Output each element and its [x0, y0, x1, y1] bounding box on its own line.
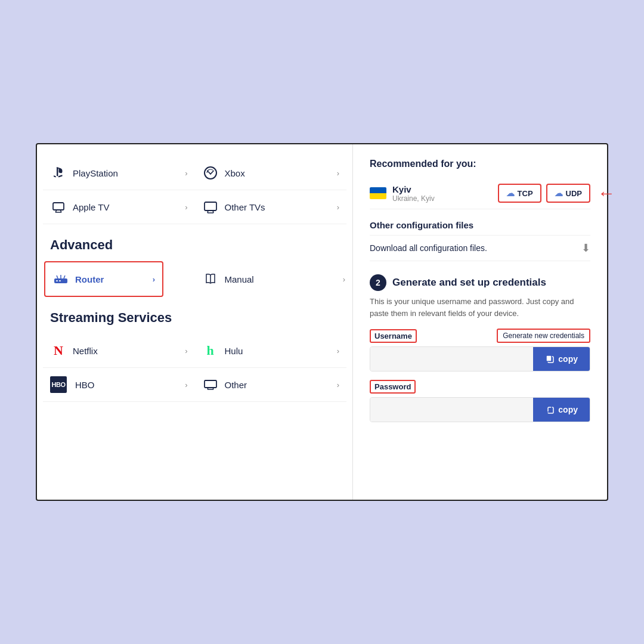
- username-copy-button[interactable]: copy: [533, 347, 590, 371]
- recommended-title: Recommended for you:: [370, 159, 590, 169]
- copy-icon: [545, 354, 555, 364]
- download-icon[interactable]: ⬇: [581, 242, 590, 255]
- protocol-buttons: ☁ TCP ☁ UDP: [498, 184, 590, 203]
- svg-rect-16: [205, 380, 216, 388]
- sidebar-item-router[interactable]: Router ›: [44, 261, 163, 297]
- hbo-chevron: ›: [185, 380, 187, 389]
- server-subtitle: Ukraine, Kyiv: [392, 194, 498, 203]
- xbox-label: Xbox: [225, 168, 245, 178]
- other-streaming-label: Other: [225, 380, 247, 390]
- other-tvs-icon: [202, 199, 219, 215]
- xbox-icon: [202, 165, 219, 181]
- server-row: Kyiv Ukraine, Kyiv ☁ TCP ☁ UDP ←: [370, 178, 590, 209]
- streaming-section: Streaming Services N Netflix › h Hulu › …: [37, 297, 352, 402]
- other-streaming-chevron: ›: [337, 380, 339, 389]
- xbox-chevron: ›: [337, 169, 339, 178]
- udp-button[interactable]: ☁ UDP: [546, 184, 590, 203]
- server-info: Kyiv Ukraine, Kyiv: [392, 184, 498, 203]
- svg-rect-11: [59, 280, 61, 281]
- svg-line-12: [57, 275, 58, 278]
- sidebar-item-manual[interactable]: Manual ›: [195, 262, 353, 296]
- right-panel: Recommended for you: Kyiv Ukraine, Kyiv …: [353, 144, 607, 500]
- other-tvs-chevron: ›: [337, 203, 339, 212]
- hbo-icon: HBO: [50, 376, 67, 393]
- hulu-label: Hulu: [225, 346, 243, 356]
- manual-chevron: ›: [343, 275, 345, 284]
- username-field-label: Username: [370, 329, 417, 343]
- svg-rect-5: [205, 202, 216, 210]
- udp-cloud-icon: ☁: [555, 188, 563, 198]
- playstation-label: PlayStation: [73, 168, 118, 178]
- other-tvs-label: Other TVs: [225, 202, 265, 212]
- hbo-label: HBO: [75, 380, 95, 390]
- download-row: Download all configuration files. ⬇: [370, 235, 590, 261]
- server-name: Kyiv: [392, 184, 498, 194]
- udp-label: UDP: [566, 189, 582, 198]
- advanced-title: Advanced: [37, 224, 352, 261]
- protocol-arrow: ←: [597, 183, 615, 203]
- sidebar-item-xbox[interactable]: Xbox ›: [195, 156, 347, 190]
- generate-credentials-button[interactable]: Generate new credentials: [497, 329, 590, 343]
- svg-rect-1: [53, 203, 64, 210]
- netflix-label: Netflix: [73, 346, 98, 356]
- svg-rect-21: [546, 355, 552, 361]
- username-input-row: copy ←: [370, 346, 590, 371]
- sidebar-item-other-tvs[interactable]: Other TVs ›: [195, 190, 347, 224]
- main-container: PlayStation › Xbox ›: [36, 143, 608, 501]
- netflix-chevron: ›: [185, 346, 187, 355]
- password-label-row: Password: [370, 380, 590, 394]
- credentials-section: 2 Generate and set up credentials This i…: [370, 274, 590, 422]
- appletv-chevron: ›: [185, 203, 187, 212]
- tcp-cloud-icon: ☁: [506, 188, 515, 198]
- streaming-title: Streaming Services: [37, 297, 352, 334]
- left-panel: PlayStation › Xbox ›: [37, 144, 353, 500]
- sidebar-item-appletv[interactable]: Apple TV ›: [43, 190, 195, 224]
- playstation-icon: [50, 165, 67, 181]
- recommended-section: Recommended for you: Kyiv Ukraine, Kyiv …: [370, 159, 590, 209]
- tcp-label: TCP: [518, 189, 533, 198]
- ukraine-flag: [370, 187, 386, 199]
- hulu-chevron: ›: [337, 346, 339, 355]
- router-icon: [52, 271, 69, 287]
- appletv-icon: [50, 199, 67, 215]
- advanced-row: Router › Manual ›: [37, 261, 352, 297]
- sidebar-item-other-streaming[interactable]: Other ›: [195, 368, 347, 402]
- password-copy-label: copy: [558, 405, 578, 414]
- copy-icon-password: [545, 405, 555, 414]
- manual-label: Manual: [225, 274, 254, 284]
- manual-icon: [202, 271, 219, 287]
- username-label-row: Username Generate new credentials: [370, 329, 590, 343]
- playstation-chevron: ›: [185, 169, 187, 178]
- credentials-desc: This is your unique username and passwor…: [370, 296, 590, 319]
- sidebar-item-hulu[interactable]: h Hulu ›: [195, 334, 347, 368]
- password-field-label: Password: [370, 380, 416, 394]
- other-config-section: Other configuration files Download all c…: [370, 220, 590, 261]
- router-label: Router: [75, 274, 104, 284]
- username-input[interactable]: [370, 347, 533, 371]
- router-chevron: ›: [153, 275, 155, 284]
- username-copy-label: copy: [558, 354, 578, 364]
- download-link[interactable]: Download all configuration files.: [370, 243, 487, 253]
- hulu-icon: h: [202, 342, 219, 359]
- streaming-grid: N Netflix › h Hulu › HBO HBO ›: [37, 334, 352, 402]
- appletv-label: Apple TV: [73, 202, 109, 212]
- device-grid-top: PlayStation › Xbox ›: [37, 156, 352, 224]
- password-input-row: copy: [370, 397, 590, 422]
- advanced-section: Advanced Router ›: [37, 224, 352, 297]
- sidebar-item-hbo[interactable]: HBO HBO ›: [43, 368, 195, 402]
- svg-point-0: [205, 167, 216, 179]
- step-badge: 2: [370, 274, 386, 291]
- credentials-header: 2 Generate and set up credentials: [370, 274, 590, 291]
- password-input[interactable]: [370, 398, 533, 422]
- tcp-button[interactable]: ☁ TCP: [498, 184, 541, 203]
- other-config-title: Other configuration files: [370, 220, 590, 230]
- sidebar-item-playstation[interactable]: PlayStation ›: [43, 156, 195, 190]
- sidebar-item-netflix[interactable]: N Netflix ›: [43, 334, 195, 368]
- netflix-icon: N: [50, 342, 67, 359]
- other-streaming-icon: [202, 376, 219, 393]
- password-copy-button[interactable]: copy: [533, 398, 590, 422]
- credentials-title: Generate and set up credentials: [392, 277, 546, 289]
- svg-rect-10: [56, 280, 58, 281]
- svg-line-14: [64, 275, 65, 278]
